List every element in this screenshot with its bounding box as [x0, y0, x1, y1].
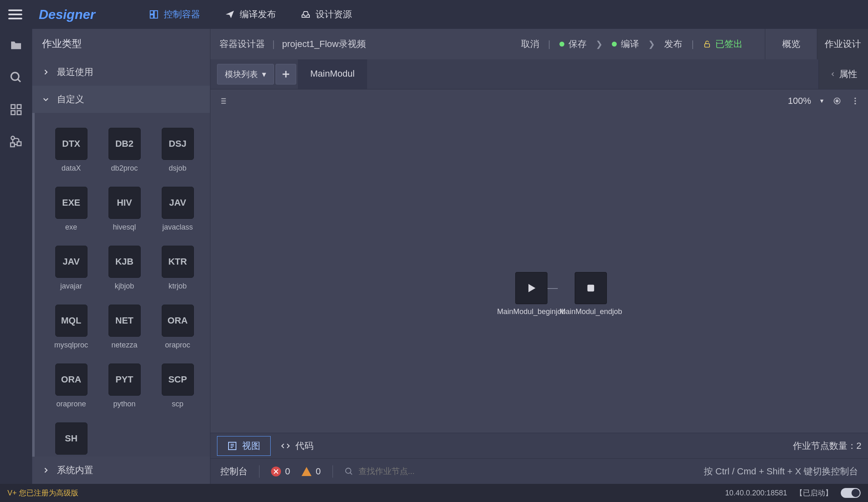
status-bar: V+ 您已注册为高级版 10.40.0.200:18581 【已启动】: [0, 484, 868, 502]
cancel-button[interactable]: 取消: [521, 38, 539, 50]
palette-item-box: NET: [108, 305, 141, 337]
console-search-input[interactable]: [359, 467, 474, 476]
palette-item-javajar[interactable]: JAVjavajar: [49, 246, 94, 291]
sidebar-job-types: 作业类型 最近使用 自定义 DTXdataXDB2db2procDSJdsjob…: [32, 29, 210, 484]
palette-item-label: hivesql: [113, 223, 136, 232]
error-count[interactable]: 0: [271, 466, 290, 477]
svg-rect-2: [150, 15, 153, 18]
palette-item-label: oraprone: [56, 400, 86, 408]
palette-item-scp[interactable]: SCPscp: [155, 364, 200, 408]
zoom-level[interactable]: 100%: [788, 96, 811, 106]
sidebar-group-system[interactable]: 系统内置: [32, 457, 210, 484]
palette-item-ktrjob[interactable]: KTRktrjob: [155, 246, 200, 291]
palette-item-label: dataX: [61, 164, 81, 173]
properties-panel-toggle[interactable]: 属性: [818, 59, 868, 89]
node-count: 作业节点数量：2: [793, 440, 861, 452]
palette-item-netezza[interactable]: NETnetezza: [102, 305, 147, 350]
palette-item-box: DTX: [55, 128, 87, 160]
node-begin[interactable]: MainModul_beginjob: [497, 272, 566, 317]
svg-rect-7: [17, 111, 21, 115]
palette-item-label: python: [113, 400, 135, 408]
caret-down-icon[interactable]: ▾: [820, 97, 823, 105]
console-title[interactable]: 控制台: [220, 465, 248, 478]
paper-plane-icon: [225, 9, 235, 19]
palette-item-oraproc[interactable]: ORAoraproc: [155, 305, 200, 350]
search-icon[interactable]: [9, 71, 23, 84]
hierarchy-icon[interactable]: [9, 135, 23, 148]
palette-scroll[interactable]: DTXdataXDB2db2procDSJdsjobEXEexeHIVhives…: [32, 113, 210, 457]
tab-job-design[interactable]: 作业设计: [817, 29, 868, 59]
palette-item-box: KTR: [162, 246, 194, 278]
chevron-right-icon: [42, 467, 50, 474]
chevron-right-icon: ❯: [648, 39, 655, 49]
group-label: 最近使用: [57, 66, 93, 78]
inbox-icon: [301, 9, 311, 19]
palette-item-box: MQL: [55, 305, 87, 337]
status-dot-icon: [559, 42, 564, 47]
server-state: 【已启动】: [795, 488, 833, 498]
outline-tree-icon[interactable]: [219, 96, 228, 106]
svg-rect-1: [154, 11, 158, 18]
top-nav: Designer 控制容器 编译发布 设计资源: [0, 0, 868, 29]
svg-point-13: [836, 100, 838, 102]
palette-item-box: SH: [55, 422, 87, 455]
palette-item-python[interactable]: PYTpython: [102, 364, 147, 408]
palette-item-box: DSJ: [162, 128, 194, 160]
view-mode-bar: 视图 代码 作业节点数量：2: [210, 433, 868, 458]
module-list-dropdown[interactable]: 模块列表 ▾: [217, 64, 274, 84]
separator: |: [272, 39, 275, 49]
svg-rect-4: [11, 105, 15, 108]
palette-item-dsjob[interactable]: DSJdsjob: [155, 128, 200, 173]
view-tab-code[interactable]: 代码: [271, 436, 323, 456]
svg-point-15: [854, 100, 856, 102]
add-module-button[interactable]: [276, 64, 296, 84]
svg-rect-0: [150, 11, 153, 14]
tab-mainmodul[interactable]: MainModul: [298, 59, 367, 89]
menu-hamburger-icon[interactable]: [8, 7, 22, 21]
apps-icon[interactable]: [9, 103, 23, 116]
palette-item-db2proc[interactable]: DB2db2proc: [102, 128, 147, 173]
palette-item-label: javajar: [60, 282, 82, 291]
warning-icon: [302, 467, 311, 476]
palette-item-exe[interactable]: EXEexe: [49, 187, 94, 232]
compile-button[interactable]: 编译: [612, 38, 639, 50]
palette-item-oraprone[interactable]: ORAoraprone: [49, 364, 94, 408]
node-label: MainModul_beginjob: [497, 307, 566, 317]
save-button[interactable]: 保存: [559, 38, 587, 50]
more-vertical-icon[interactable]: [851, 96, 860, 106]
palette-item-label: javaclass: [162, 223, 193, 232]
app-logo: Designer: [39, 7, 95, 22]
console-shortcut-hint: 按 Ctrl / Cmd + Shift + X 键切换控制台: [704, 465, 858, 478]
chevron-right-icon: ❯: [596, 39, 603, 49]
publish-button[interactable]: 发布: [664, 38, 682, 50]
nav-control-container[interactable]: 控制容器: [137, 0, 212, 29]
palette-item-label: ktrjob: [168, 282, 186, 291]
tab-overview[interactable]: 概览: [765, 29, 817, 59]
nav-design-resources[interactable]: 设计资源: [288, 0, 364, 29]
nav-compile-publish[interactable]: 编译发布: [212, 0, 288, 29]
palette-item-mysqlproc[interactable]: MQLmysqlproc: [49, 305, 94, 350]
view-tab-visual[interactable]: 视图: [217, 436, 271, 456]
folder-icon[interactable]: [9, 39, 23, 52]
node-end[interactable]: MainModul_endjob: [559, 272, 622, 317]
flow-canvas[interactable]: MainModul_beginjob MainModul_endjob: [210, 112, 868, 433]
sidebar-group-recent[interactable]: 最近使用: [32, 59, 210, 86]
palette-item-javaclass[interactable]: JAVjavaclass: [155, 187, 200, 232]
group-label: 自定义: [57, 93, 84, 106]
status-toggle[interactable]: [841, 488, 861, 498]
license-badge: V+ 您已注册为高级版: [7, 488, 78, 498]
palette-item-dataX[interactable]: DTXdataX: [49, 128, 94, 173]
palette-item-kjbjob[interactable]: KJBkjbjob: [102, 246, 147, 291]
lock-icon: [703, 40, 711, 48]
palette-item-box: JAV: [162, 187, 194, 219]
chevron-right-icon: [42, 68, 50, 76]
palette-item-box: JAV: [55, 246, 87, 278]
warning-count[interactable]: 0: [302, 466, 321, 477]
palette-item-hivesql[interactable]: HIVhivesql: [102, 187, 147, 232]
sidebar-group-custom[interactable]: 自定义: [32, 86, 210, 113]
palette-item-label: kjbjob: [115, 282, 134, 291]
palette-item-box: EXE: [55, 187, 87, 219]
chevron-down-icon: [42, 96, 50, 103]
palette-item-sh[interactable]: SHsh: [49, 422, 94, 457]
target-icon[interactable]: [833, 96, 842, 106]
